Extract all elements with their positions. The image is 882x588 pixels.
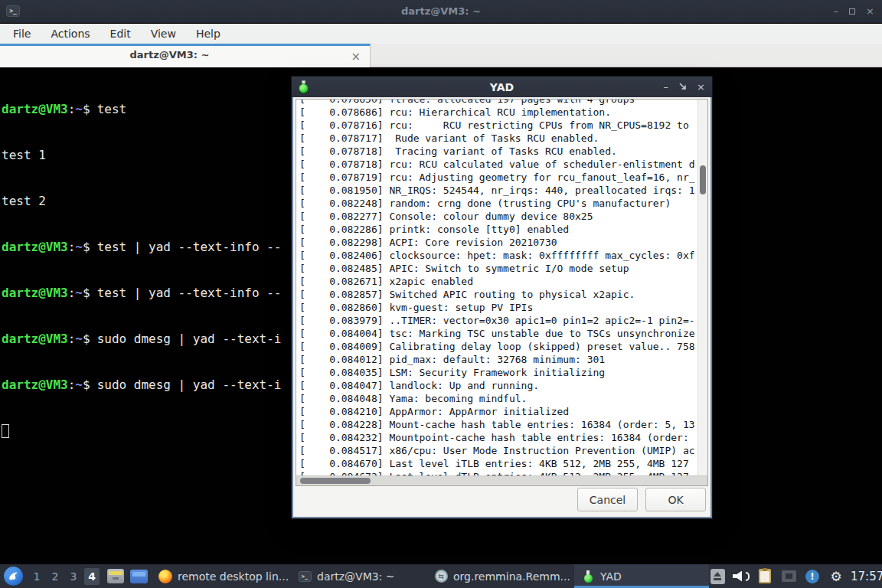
- taskbar-window-title: YAD: [600, 570, 622, 583]
- yad-window-title: YAD: [292, 81, 712, 93]
- prompt-path: ~: [75, 286, 83, 300]
- command-text: test: [90, 102, 127, 116]
- menu-edit[interactable]: Edit: [100, 24, 141, 44]
- applications-menu-button[interactable]: [4, 567, 23, 586]
- system-tray: ! ⚙: [709, 568, 844, 585]
- log-clip: [ 0.078650] ftrace: allocated 197 pages …: [296, 100, 697, 485]
- log-line: [ 0.084228] Mount-cache hash table entri…: [299, 418, 697, 431]
- terminal-icon: >_: [298, 570, 312, 583]
- prompt-colon: :: [68, 377, 76, 392]
- prompt-colon: :: [68, 240, 76, 254]
- prompt-path: ~: [75, 332, 83, 346]
- firefox-icon: [158, 570, 172, 583]
- taskbar-window-terminal[interactable]: >_ dartz@VM3: ~: [291, 564, 427, 588]
- network-icon[interactable]: [780, 568, 797, 585]
- log-textview[interactable]: [ 0.078650] ftrace: allocated 197 pages …: [296, 99, 708, 486]
- log-line: [ 0.084210] AppArmor: AppArmor initializ…: [299, 405, 697, 418]
- log-line: [ 0.084670] Last level iTLB entries: 4KB…: [299, 457, 697, 470]
- taskbar-window-firefox[interactable]: remote desktop lin...: [152, 564, 291, 588]
- taskbar-window-yad[interactable]: YAD: [574, 564, 709, 588]
- prompt-user: dartz@VM3: [2, 240, 68, 254]
- log-line: [ 0.082860] kvm-guest: setup PV IPIs: [299, 301, 697, 314]
- folder-launcher[interactable]: [129, 567, 149, 586]
- yad-flask-icon: [581, 570, 595, 583]
- bird-icon: [7, 570, 20, 583]
- volume-icon[interactable]: [733, 568, 750, 585]
- yad-body: [ 0.078650] ftrace: allocated 197 pages …: [292, 97, 712, 518]
- vertical-scrollbar-thumb[interactable]: [700, 165, 706, 194]
- prompt-user: dartz@VM3: [2, 377, 68, 392]
- prompt-colon: :: [68, 102, 76, 116]
- log-line: [ 0.084048] Yama: becoming mindful.: [299, 392, 697, 405]
- log-line: [ 0.082671] x2apic enabled: [299, 275, 697, 288]
- menu-actions[interactable]: Actions: [41, 24, 100, 44]
- ok-button[interactable]: OK: [645, 488, 706, 511]
- close-icon[interactable]: ×: [697, 77, 705, 97]
- taskbar-window-title: remote desktop lin...: [178, 570, 289, 583]
- cancel-button[interactable]: Cancel: [577, 488, 638, 511]
- log-line: [ 0.084009] Calibrating delay loop (skip…: [299, 340, 697, 353]
- file-manager-launcher[interactable]: [106, 567, 126, 586]
- output-text: test 1: [2, 148, 46, 162]
- minimize-icon[interactable]: –: [834, 0, 839, 23]
- command-text: test | yad --text-info --: [90, 286, 282, 300]
- log-line: [ 0.084035] LSM: Security Framework init…: [299, 366, 697, 379]
- horizontal-scrollbar[interactable]: [296, 475, 707, 485]
- remmina-icon: ⇆: [434, 570, 448, 583]
- notification-icon[interactable]: !: [804, 568, 821, 585]
- log-line: [ 0.083979] ..TIMER: vector=0x30 apic1=0…: [299, 314, 697, 327]
- prompt-dollar: $: [83, 240, 90, 254]
- prompt-user: dartz@VM3: [2, 102, 68, 116]
- workspace-3[interactable]: 3: [66, 568, 81, 585]
- close-icon[interactable]: ×: [866, 0, 874, 23]
- menu-view[interactable]: View: [141, 24, 186, 44]
- log-line: [ 0.082286] printk: console [tty0] enabl…: [299, 223, 697, 236]
- vertical-scrollbar[interactable]: [697, 100, 707, 475]
- workspace-4-active[interactable]: 4: [84, 568, 100, 585]
- minimize-icon[interactable]: –: [664, 77, 669, 97]
- prompt-user: dartz@VM3: [2, 286, 68, 300]
- maximize-icon[interactable]: [849, 0, 855, 23]
- log-line: [ 0.084047] landlock: Up and running.: [299, 379, 697, 392]
- prompt-dollar: $: [83, 377, 90, 392]
- workspace-1[interactable]: 1: [29, 568, 44, 585]
- horizontal-scrollbar-thumb[interactable]: [300, 478, 371, 484]
- terminal-window-title: dartz@VM3: ~: [0, 5, 882, 17]
- settings-gear-icon[interactable]: ⚙: [828, 568, 844, 585]
- desktop-screen: >_ dartz@VM3: ~ – × File Actions Edit Vi…: [0, 0, 882, 588]
- log-line: [ 0.078716] rcu: RCU restricting CPUs fr…: [299, 119, 697, 132]
- command-text: sudo dmesg | yad --text-i: [90, 377, 282, 392]
- taskbar-window-title: dartz@VM3: ~: [317, 570, 395, 583]
- log-line: [ 0.082248] random: crng done (trusting …: [299, 197, 697, 210]
- log-line: [ 0.082857] Switched APIC routing to phy…: [299, 288, 697, 301]
- log-line: [ 0.082485] APIC: Switch to symmetric I/…: [299, 262, 697, 275]
- tab-title: dartz@VM3: ~: [0, 49, 339, 60]
- prompt-path: ~: [75, 377, 83, 392]
- menu-file[interactable]: File: [3, 24, 41, 44]
- log-line: [ 0.084517] x86/cpu: User Mode Instructi…: [299, 444, 697, 457]
- log-line: [ 0.081950] NR_IRQS: 524544, nr_irqs: 44…: [299, 184, 697, 197]
- terminal-menubar: File Actions Edit View Help: [0, 24, 882, 44]
- log-line: [ 0.082277] Console: colour dummy device…: [299, 210, 697, 223]
- prompt-dollar: $: [83, 286, 90, 300]
- eject-icon[interactable]: [709, 568, 726, 585]
- taskbar-window-title: org.remmina.Remm...: [453, 570, 570, 583]
- workspace-pager: 1 2 3 4: [29, 568, 100, 585]
- clipboard-icon[interactable]: [756, 568, 773, 585]
- folder-icon: [130, 570, 148, 583]
- prompt-dollar: $: [83, 102, 90, 116]
- tab-close-icon[interactable]: ×: [351, 48, 361, 65]
- output-text: test 2: [2, 194, 46, 208]
- terminal-titlebar[interactable]: >_ dartz@VM3: ~ – ×: [0, 0, 882, 23]
- workspace-2[interactable]: 2: [47, 568, 63, 585]
- yad-button-row: Cancel OK: [577, 488, 706, 511]
- prompt-colon: :: [68, 286, 76, 300]
- terminal-window-controls: – ×: [834, 0, 874, 23]
- terminal-tab[interactable]: dartz@VM3: ~ ×: [0, 44, 371, 67]
- restore-icon[interactable]: [678, 77, 687, 97]
- log-line: [ 0.078650] ftrace: allocated 197 pages …: [299, 100, 697, 106]
- taskbar-window-remmina[interactable]: ⇆ org.remmina.Remm...: [427, 564, 574, 588]
- yad-titlebar[interactable]: YAD – ×: [292, 77, 712, 97]
- menu-help[interactable]: Help: [186, 24, 230, 44]
- prompt-user: dartz@VM3: [2, 332, 68, 346]
